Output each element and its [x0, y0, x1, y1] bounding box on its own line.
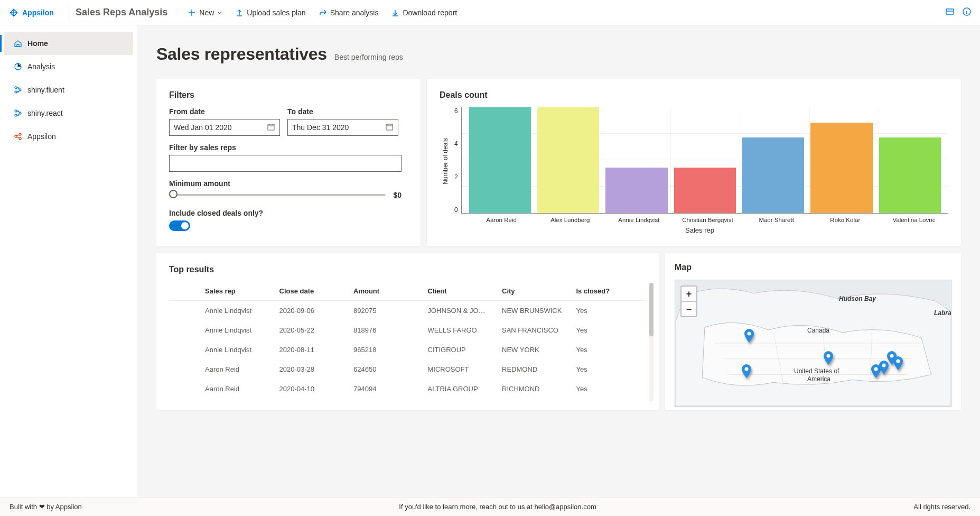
- chart-plot-area: [461, 107, 948, 214]
- table-row[interactable]: Aaron Reid2020-03-28624650MICROSOFTREDMO…: [169, 360, 646, 379]
- sidebar-item-analysis[interactable]: Analysis: [4, 55, 133, 78]
- chart-bar[interactable]: [674, 168, 736, 213]
- chart-bar[interactable]: [537, 107, 599, 213]
- table-cell: SAN FRANCISCO: [498, 320, 572, 340]
- table-row[interactable]: Annie Lindqvist2020-05-22818976WELLS FAR…: [169, 320, 646, 340]
- slider-thumb[interactable]: [169, 190, 178, 198]
- map-label-canada: Canada: [807, 327, 829, 334]
- table-column-header[interactable]: Sales rep: [201, 282, 275, 301]
- table-cell: Yes: [572, 320, 647, 340]
- table-cell: 2020-03-28: [275, 360, 350, 379]
- to-date-input[interactable]: Thu Dec 31 2020: [287, 119, 398, 136]
- svg-point-15: [748, 332, 751, 336]
- table-cell: 892075: [349, 301, 424, 321]
- x-axis-ticks: Aaron ReidAlex LundbergAnnie LindqvistCh…: [451, 217, 948, 223]
- reps-filter-input[interactable]: [169, 155, 402, 172]
- map-label-usa1: United States of: [794, 367, 839, 375]
- table-header: Sales repClose dateAmountClientCityIs cl…: [169, 282, 646, 301]
- table-column-header[interactable]: Amount: [349, 282, 424, 301]
- app-footer: Built with ❤ by Appsilon If you'd like t…: [0, 497, 980, 516]
- x-tick: Aaron Reid: [470, 217, 533, 223]
- map-svg: [675, 280, 951, 406]
- download-button[interactable]: Download report: [386, 5, 462, 20]
- min-amount-slider[interactable]: [169, 194, 386, 196]
- table-scrollbar[interactable]: [649, 283, 654, 402]
- zoom-in-button[interactable]: +: [682, 287, 696, 301]
- table-row[interactable]: Annie Lindqvist2020-08-11965218CITIGROUP…: [169, 340, 646, 360]
- share-icon: [319, 8, 327, 17]
- table-column-header[interactable]: Client: [424, 282, 498, 301]
- table-column-header[interactable]: City: [498, 282, 572, 301]
- from-date-value: Wed Jan 01 2020: [174, 123, 232, 132]
- map-pin-icon[interactable]: [744, 329, 754, 343]
- map-pin-icon[interactable]: [742, 364, 751, 378]
- card-icon[interactable]: [945, 7, 955, 18]
- map-zoom-control: + −: [680, 285, 697, 317]
- upload-label: Upload sales plan: [247, 8, 305, 17]
- svg-point-18: [874, 367, 878, 371]
- table-row[interactable]: Annie Lindqvist2020-09-06892075JOHNSON &…: [169, 301, 646, 321]
- page-subtitle: Best performing reps: [334, 53, 403, 61]
- to-date-value: Thu Dec 31 2020: [292, 123, 349, 132]
- sidebar-item-label: shiny.fluent: [27, 86, 64, 94]
- chart-bar[interactable]: [605, 168, 667, 213]
- app-title: Sales Reps Analysis: [76, 7, 167, 18]
- map-label-usa2: America: [807, 375, 830, 383]
- footer-center: If you'd like to learn more, reach out t…: [399, 503, 596, 511]
- sidebar-item-shiny-fluent[interactable]: shiny.fluent: [4, 78, 133, 102]
- table-column-header[interactable]: Is closed?: [572, 282, 647, 301]
- y-tick: 2: [454, 173, 458, 181]
- table-row[interactable]: Aaron Reid2020-04-10794094ALTRIA GROUPRI…: [169, 379, 646, 399]
- table-column-header[interactable]: Close date: [275, 282, 350, 301]
- svg-point-4: [15, 91, 17, 93]
- sidebar-item-appsilon[interactable]: Appsilon: [4, 125, 133, 148]
- chart-bar[interactable]: [810, 123, 872, 213]
- map-card: Map + − Canada United Sta: [665, 253, 961, 410]
- sidebar-item-home[interactable]: Home: [4, 32, 133, 55]
- info-icon[interactable]: [962, 7, 972, 18]
- calendar-icon: [267, 123, 275, 133]
- scrollbar-thumb[interactable]: [649, 283, 654, 336]
- map-pin-icon[interactable]: [893, 356, 903, 370]
- table-cell: CITIGROUP: [424, 340, 498, 360]
- filters-card: Filters From date Wed Jan 01 2020 To dat…: [156, 79, 421, 246]
- table-cell: Yes: [572, 379, 647, 399]
- svg-point-10: [19, 133, 21, 135]
- branch-icon: [14, 86, 22, 94]
- nodes-icon: [14, 132, 22, 141]
- share-button[interactable]: Share analysis: [313, 5, 384, 20]
- brand-logo[interactable]: Appsilon: [8, 7, 62, 18]
- sidebar-item-label: Appsilon: [27, 132, 56, 141]
- table-cell: 818976: [349, 320, 424, 340]
- branch-icon: [14, 109, 22, 117]
- chevron-down-icon: [217, 10, 222, 15]
- command-bar: New Upload sales plan Share analysis Dow…: [182, 5, 462, 20]
- map-pin-icon[interactable]: [824, 351, 833, 365]
- table-cell: 2020-05-22: [275, 320, 350, 340]
- new-button[interactable]: New: [182, 5, 228, 20]
- table-cell: Aaron Reid: [201, 360, 275, 379]
- brand-name: Appsilon: [22, 8, 54, 17]
- chart-bar[interactable]: [879, 137, 941, 213]
- chart-bar[interactable]: [742, 137, 804, 213]
- appsilon-logo-icon: [8, 7, 19, 18]
- table-cell: Yes: [572, 360, 647, 379]
- table-cell: 2020-08-11: [275, 340, 350, 360]
- map-canvas[interactable]: + − Canada United States of America Huds…: [675, 280, 951, 407]
- table-cell: 2020-09-06: [275, 301, 350, 321]
- upload-button[interactable]: Upload sales plan: [230, 5, 311, 20]
- closed-only-toggle[interactable]: [169, 220, 190, 231]
- from-date-input[interactable]: Wed Jan 01 2020: [169, 119, 280, 136]
- table-cell: 2020-04-10: [275, 379, 350, 399]
- plus-icon: [188, 8, 196, 17]
- table-cell: Yes: [572, 301, 647, 321]
- svg-point-5: [19, 89, 21, 91]
- to-date-label: To date: [287, 107, 398, 116]
- sidebar-item-shiny-react[interactable]: shiny.react: [4, 102, 133, 125]
- header-actions: [945, 7, 972, 18]
- results-table: Sales repClose dateAmountClientCityIs cl…: [169, 282, 646, 399]
- chart-bar[interactable]: [469, 107, 531, 213]
- min-amount-label: Minimum amount: [169, 179, 408, 188]
- zoom-out-button[interactable]: −: [682, 301, 696, 316]
- header-separator: [69, 5, 69, 20]
